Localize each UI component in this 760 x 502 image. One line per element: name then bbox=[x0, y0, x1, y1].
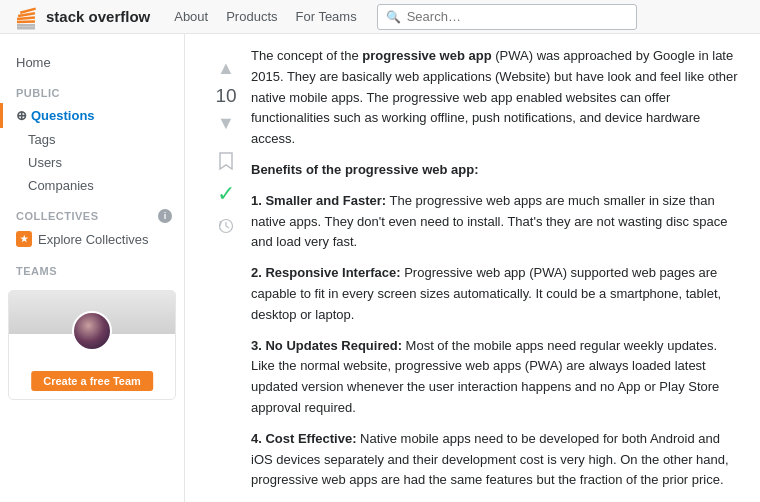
answer-section: ▲ 10 ▼ ✓ bbox=[201, 46, 744, 502]
logo[interactable]: stack overflow bbox=[12, 2, 150, 32]
sidebar-item-companies[interactable]: Companies bbox=[0, 174, 184, 197]
search-input[interactable] bbox=[407, 9, 628, 24]
collectives-info-icon[interactable]: i bbox=[158, 209, 172, 223]
team-promo-card: Create a free Team bbox=[8, 290, 176, 400]
upvote-button[interactable]: ▲ bbox=[212, 54, 240, 82]
vote-count: 10 bbox=[215, 86, 236, 105]
sidebar-home-label: Home bbox=[16, 55, 51, 70]
downvote-button[interactable]: ▼ bbox=[212, 109, 240, 137]
bookmark-icon bbox=[219, 152, 233, 170]
nav-about[interactable]: About bbox=[166, 3, 216, 30]
vote-column: ▲ 10 ▼ ✓ bbox=[201, 46, 251, 502]
svg-rect-0 bbox=[17, 24, 35, 27]
history-button[interactable] bbox=[215, 215, 237, 237]
sidebar-item-tags[interactable]: Tags bbox=[0, 128, 184, 151]
accepted-icon: ✓ bbox=[217, 181, 235, 207]
sidebar-questions-label: Questions bbox=[31, 108, 95, 123]
explore-collectives-icon: ★ bbox=[16, 231, 32, 247]
intro-paragraph: The concept of the progressive web app (… bbox=[251, 46, 744, 150]
sidebar-public-label: PUBLIC bbox=[0, 75, 184, 103]
sidebar-item-home[interactable]: Home bbox=[0, 50, 184, 75]
so-logo-icon bbox=[12, 2, 42, 32]
nav-products[interactable]: Products bbox=[218, 3, 285, 30]
main-content: ▲ 10 ▼ ✓ bbox=[185, 34, 760, 502]
sidebar-tags-label: Tags bbox=[28, 132, 55, 147]
svg-rect-1 bbox=[17, 20, 35, 23]
benefit-3: 3. No Updates Required: Most of the mobi… bbox=[251, 336, 744, 419]
team-avatar bbox=[72, 311, 112, 351]
explore-collectives-label: Explore Collectives bbox=[38, 232, 149, 247]
svg-rect-5 bbox=[17, 26, 35, 29]
sidebar-item-explore-collectives[interactable]: ★ Explore Collectives bbox=[0, 227, 184, 251]
benefit-1: 1. Smaller and Faster: The progressive w… bbox=[251, 191, 744, 253]
page-layout: Home PUBLIC ⊕ Questions Tags Users Compa… bbox=[0, 34, 760, 502]
logo-text: stack overflow bbox=[46, 8, 150, 25]
answer-content: The concept of the progressive web app (… bbox=[251, 46, 744, 502]
header: stack overflow About Products For Teams … bbox=[0, 0, 760, 34]
sidebar-item-questions[interactable]: ⊕ Questions bbox=[0, 103, 184, 128]
sidebar-users-label: Users bbox=[28, 155, 62, 170]
benefit-4: 4. Cost Effective: Native mobile apps ne… bbox=[251, 429, 744, 491]
bookmark-button[interactable] bbox=[215, 149, 237, 173]
history-icon bbox=[218, 218, 234, 234]
nav-for-teams[interactable]: For Teams bbox=[288, 3, 365, 30]
search-icon: 🔍 bbox=[386, 10, 401, 24]
sidebar-item-users[interactable]: Users bbox=[0, 151, 184, 174]
search-box[interactable]: 🔍 bbox=[377, 4, 637, 30]
teams-section: TEAMS bbox=[0, 251, 184, 282]
benefits-heading: Benefits of the progressive web app: bbox=[251, 160, 744, 181]
sidebar: Home PUBLIC ⊕ Questions Tags Users Compa… bbox=[0, 34, 185, 502]
benefit-2: 2. Responsive Interface: Progressive web… bbox=[251, 263, 744, 325]
collectives-section-header: COLLECTIVES i bbox=[0, 197, 184, 227]
collectives-label: COLLECTIVES bbox=[16, 210, 99, 222]
main-nav: About Products For Teams bbox=[166, 3, 364, 30]
team-create-button[interactable]: Create a free Team bbox=[31, 371, 153, 391]
teams-label: TEAMS bbox=[16, 265, 57, 277]
sidebar-companies-label: Companies bbox=[28, 178, 94, 193]
